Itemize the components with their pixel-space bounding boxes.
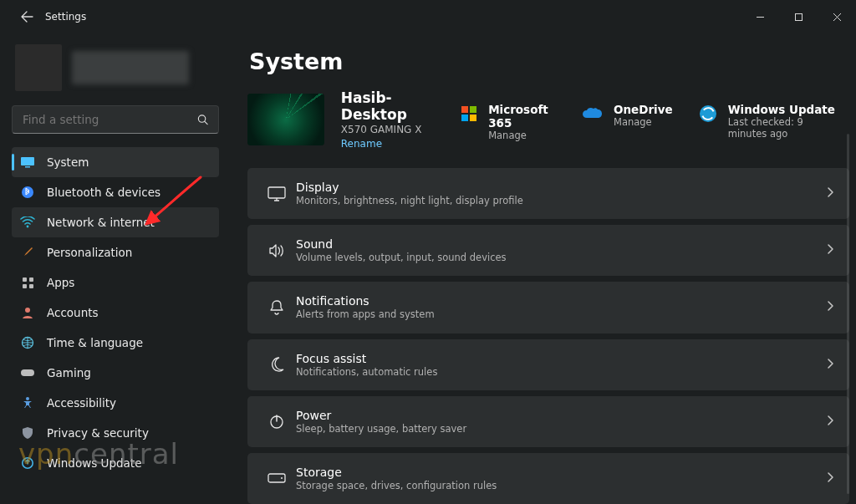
sidebar-item-privacy[interactable]: Privacy & security	[12, 418, 219, 448]
shield-icon	[20, 425, 35, 440]
nav: System Bluetooth & devices Network & int…	[12, 147, 219, 478]
settings-card-notifications[interactable]: NotificationsAlerts from apps and system	[247, 282, 849, 333]
sidebar-item-time[interactable]: Time & language	[12, 328, 219, 358]
svg-rect-20	[268, 187, 285, 198]
sidebar-item-label: Accounts	[47, 306, 99, 319]
search-input[interactable]	[12, 105, 219, 134]
sidebar-item-gaming[interactable]: Gaming	[12, 358, 219, 388]
chevron-right-icon	[827, 186, 834, 201]
svg-rect-6	[23, 277, 27, 282]
power-icon	[257, 413, 296, 430]
svg-rect-12	[21, 369, 34, 376]
person-icon	[20, 305, 35, 320]
update-badge-icon	[698, 103, 718, 125]
display-icon	[257, 186, 296, 201]
sidebar-item-label: Apps	[47, 276, 74, 289]
card-sub: Alerts from apps and system	[296, 308, 435, 320]
quick-link-title: Windows Update	[728, 103, 836, 116]
card-title: Focus assist	[296, 352, 437, 365]
quick-link-onedrive[interactable]: OneDrive Manage	[582, 103, 673, 128]
svg-rect-17	[461, 115, 468, 121]
globe-icon	[20, 335, 35, 350]
grid-icon	[20, 275, 35, 290]
maximize-icon	[794, 13, 803, 22]
brush-icon	[20, 245, 35, 260]
chevron-right-icon	[827, 242, 834, 258]
chevron-right-icon	[827, 414, 834, 430]
chevron-right-icon	[827, 357, 834, 373]
device-thumbnail[interactable]	[247, 94, 324, 145]
rename-link[interactable]: Rename	[341, 138, 443, 150]
sidebar-item-accessibility[interactable]: Accessibility	[12, 388, 219, 418]
close-button[interactable]	[818, 3, 856, 30]
quick-link-title: OneDrive	[614, 103, 673, 116]
sidebar-item-windows-update[interactable]: Windows Update	[12, 448, 219, 478]
sidebar-item-system[interactable]: System	[12, 147, 219, 177]
chevron-right-icon	[827, 471, 834, 486]
user-name-blurred	[72, 51, 189, 84]
quick-link-sub: Manage	[488, 130, 557, 141]
sidebar-item-accounts[interactable]: Accounts	[12, 298, 219, 328]
sidebar-item-label: System	[47, 155, 89, 169]
close-icon	[833, 13, 842, 22]
card-sub: Volume levels, output, input, sound devi…	[296, 252, 507, 263]
settings-card-focus[interactable]: Focus assistNotifications, automatic rul…	[247, 339, 849, 390]
device-name: Hasib-Desktop	[341, 89, 443, 123]
svg-rect-18	[470, 115, 476, 121]
back-button[interactable]	[13, 3, 40, 30]
svg-rect-3	[25, 166, 30, 168]
chevron-right-icon	[827, 299, 834, 315]
quick-link-sub: Manage	[614, 116, 673, 128]
settings-card-display[interactable]: DisplayMonitors, brightness, night light…	[247, 168, 849, 219]
sidebar-item-label: Time & language	[47, 336, 143, 349]
user-profile[interactable]	[12, 45, 219, 95]
window-title: Settings	[45, 11, 86, 23]
device-header: Hasib-Desktop X570 GAMING X Rename Micro…	[247, 89, 849, 150]
card-title: Notifications	[296, 294, 435, 308]
svg-point-5	[27, 226, 29, 228]
card-title: Display	[296, 181, 523, 194]
minimize-button[interactable]	[741, 3, 779, 30]
sidebar-item-label: Network & internet	[47, 216, 155, 229]
card-sub: Notifications, automatic rules	[296, 366, 437, 378]
back-arrow-icon	[20, 10, 33, 23]
svg-rect-0	[795, 13, 802, 20]
settings-card-sound[interactable]: SoundVolume levels, output, input, sound…	[247, 225, 849, 276]
gamepad-icon	[20, 365, 35, 380]
quick-link-windows-update[interactable]: Windows Update Last checked: 9 minutes a…	[698, 103, 836, 140]
update-icon	[20, 456, 35, 471]
settings-card-power[interactable]: PowerSleep, battery usage, battery saver	[247, 396, 849, 447]
bluetooth-icon	[20, 185, 35, 200]
sidebar-item-network[interactable]: Network & internet	[12, 207, 219, 237]
sidebar: System Bluetooth & devices Network & int…	[0, 33, 231, 504]
settings-list: DisplayMonitors, brightness, night light…	[247, 168, 849, 504]
page-title: System	[249, 48, 849, 74]
quick-link-sub: Last checked: 9 minutes ago	[728, 116, 836, 140]
card-sub: Monitors, brightness, night light, displ…	[296, 195, 523, 206]
svg-point-13	[26, 397, 29, 400]
svg-rect-2	[21, 157, 34, 165]
device-model: X570 GAMING X	[341, 124, 443, 135]
bell-icon	[257, 299, 296, 316]
search-icon	[196, 114, 209, 126]
card-sub: Sleep, battery usage, battery saver	[296, 423, 466, 435]
wifi-icon	[20, 215, 35, 230]
maximize-button[interactable]	[779, 3, 818, 30]
quick-link-title: Microsoft 365	[488, 103, 557, 130]
svg-rect-9	[29, 284, 33, 288]
sidebar-item-label: Accessibility	[47, 396, 116, 410]
svg-point-23	[281, 477, 283, 479]
card-title: Power	[296, 409, 466, 422]
quick-link-m365[interactable]: Microsoft 365 Manage	[460, 103, 557, 141]
sidebar-item-bluetooth[interactable]: Bluetooth & devices	[12, 177, 219, 207]
monitor-icon	[20, 155, 35, 170]
sidebar-item-label: Gaming	[47, 366, 91, 379]
settings-card-storage[interactable]: StorageStorage space, drives, configurat…	[247, 453, 849, 504]
storage-icon	[257, 473, 296, 483]
scrollbar[interactable]	[847, 134, 849, 494]
sidebar-item-personalization[interactable]: Personalization	[12, 237, 219, 267]
sidebar-item-label: Privacy & security	[47, 426, 149, 440]
m365-icon	[460, 103, 478, 125]
sidebar-item-apps[interactable]: Apps	[12, 267, 219, 298]
avatar	[15, 44, 62, 91]
